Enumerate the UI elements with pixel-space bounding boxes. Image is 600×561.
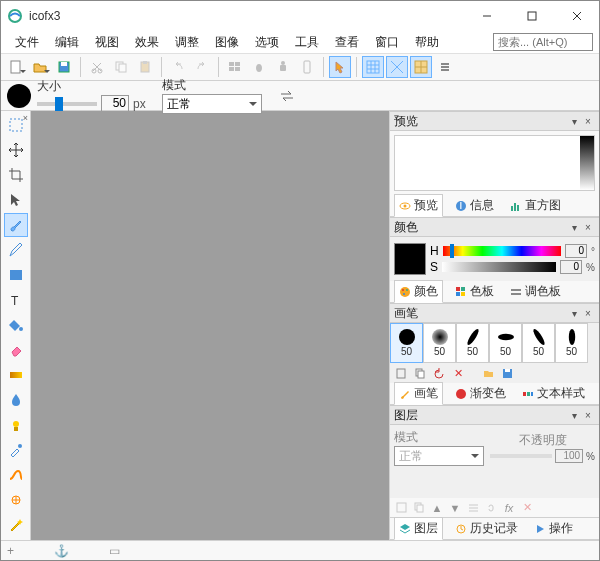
hue-value[interactable]: 0 (565, 244, 587, 258)
color-swatch[interactable] (7, 84, 31, 108)
close-icon[interactable]: × (581, 308, 595, 319)
dropdown-icon[interactable]: ▾ (567, 116, 581, 127)
close-icon[interactable]: × (581, 410, 595, 421)
brush-preset[interactable]: 50 (423, 323, 456, 363)
tool-pencil[interactable] (4, 238, 28, 262)
close-icon[interactable]: × (581, 222, 595, 233)
copy-brush-icon[interactable] (413, 366, 427, 380)
brush-preset[interactable]: 50 (390, 323, 423, 363)
hue-slider[interactable] (443, 246, 561, 256)
grid-2-button[interactable] (386, 56, 408, 78)
sat-slider[interactable] (442, 262, 556, 272)
cut-button[interactable] (86, 56, 108, 78)
tool-eyedropper[interactable] (4, 438, 28, 462)
sat-value[interactable]: 0 (560, 260, 582, 274)
new-layer-icon[interactable] (394, 501, 408, 515)
copy-layer-icon[interactable] (412, 501, 426, 515)
brush-preset[interactable]: 50 (555, 323, 588, 363)
canvas-area[interactable] (31, 111, 389, 540)
android-icon[interactable] (272, 56, 294, 78)
new-button[interactable] (5, 56, 27, 78)
opacity-slider[interactable] (490, 454, 552, 458)
settings-button[interactable] (434, 56, 456, 78)
menu-view[interactable]: 视图 (87, 32, 127, 53)
delete-brush-icon[interactable]: ✕ (451, 366, 465, 380)
menu-effects[interactable]: 效果 (127, 32, 167, 53)
tool-text[interactable]: T (4, 288, 28, 312)
maximize-button[interactable] (509, 1, 554, 31)
reset-brush-icon[interactable] (432, 366, 446, 380)
open-brush-icon[interactable] (481, 366, 495, 380)
opacity-value[interactable]: 100 (555, 449, 583, 463)
tab-mixer[interactable]: 调色板 (506, 281, 565, 302)
tool-curve[interactable] (4, 463, 28, 487)
apple-icon[interactable] (248, 56, 270, 78)
tool-wand[interactable] (4, 513, 28, 537)
tool-light[interactable] (4, 413, 28, 437)
tab-textstyle[interactable]: 文本样式 (518, 383, 589, 404)
pin-icon[interactable]: × (23, 113, 28, 123)
dropdown-icon[interactable]: ▾ (567, 410, 581, 421)
color-swatch-panel[interactable] (394, 243, 426, 275)
cursor-mode-button[interactable] (329, 56, 351, 78)
menu-window[interactable]: 窗口 (367, 32, 407, 53)
brush-preset[interactable]: 50 (489, 323, 522, 363)
merge-icon[interactable] (466, 501, 480, 515)
tool-move[interactable] (4, 138, 28, 162)
dropdown-icon[interactable]: ▾ (567, 308, 581, 319)
menu-file[interactable]: 文件 (7, 32, 47, 53)
layer-mode-select[interactable]: 正常 (394, 446, 484, 466)
new-brush-icon[interactable] (394, 366, 408, 380)
menu-image[interactable]: 图像 (207, 32, 247, 53)
windows-icon[interactable] (224, 56, 246, 78)
tab-histogram[interactable]: 直方图 (506, 195, 565, 216)
search-input[interactable] (493, 33, 593, 51)
tab-info[interactable]: i信息 (451, 195, 498, 216)
tool-gradient[interactable] (4, 363, 28, 387)
menu-options[interactable]: 选项 (247, 32, 287, 53)
tab-layers[interactable]: 图层 (394, 517, 443, 540)
grid-1-button[interactable] (362, 56, 384, 78)
tool-crop[interactable] (4, 163, 28, 187)
tool-rect[interactable] (4, 263, 28, 287)
menu-edit[interactable]: 编辑 (47, 32, 87, 53)
tab-swatches[interactable]: 色板 (451, 281, 498, 302)
tab-brush[interactable]: 画笔 (394, 382, 443, 405)
tab-preview[interactable]: 预览 (394, 194, 443, 217)
delete-layer-icon[interactable]: ✕ (520, 501, 534, 515)
close-icon[interactable]: × (581, 116, 595, 127)
paste-button[interactable] (134, 56, 156, 78)
menu-help[interactable]: 帮助 (407, 32, 447, 53)
redo-button[interactable] (191, 56, 213, 78)
dropdown-icon[interactable]: ▾ (567, 222, 581, 233)
save-brush-icon[interactable] (500, 366, 514, 380)
up-icon[interactable]: ▲ (430, 501, 444, 515)
mode-select[interactable]: 正常 (162, 94, 262, 114)
tool-pointer[interactable] (4, 188, 28, 212)
brush-preset[interactable]: 50 (456, 323, 489, 363)
menu-tools[interactable]: 工具 (287, 32, 327, 53)
size-slider[interactable] (37, 102, 97, 106)
menu-adjust[interactable]: 调整 (167, 32, 207, 53)
save-button[interactable] (53, 56, 75, 78)
phone-icon[interactable] (296, 56, 318, 78)
copy-button[interactable] (110, 56, 132, 78)
tool-blur[interactable] (4, 388, 28, 412)
tool-brush[interactable] (4, 213, 28, 237)
tool-fill[interactable] (4, 313, 28, 337)
close-button[interactable] (554, 1, 599, 31)
tool-retouch[interactable] (4, 488, 28, 512)
down-icon[interactable]: ▼ (448, 501, 462, 515)
minimize-button[interactable] (464, 1, 509, 31)
tab-history[interactable]: 历史记录 (451, 518, 522, 539)
grid-3-button[interactable] (410, 56, 432, 78)
link-icon[interactable] (484, 501, 498, 515)
brush-preset[interactable]: 50 (522, 323, 555, 363)
swap-icon[interactable] (276, 85, 298, 107)
tab-gradient[interactable]: 渐变色 (451, 383, 510, 404)
tool-eraser[interactable] (4, 338, 28, 362)
fx-icon[interactable]: fx (502, 501, 516, 515)
menu-look[interactable]: 查看 (327, 32, 367, 53)
undo-button[interactable] (167, 56, 189, 78)
tab-actions[interactable]: 操作 (530, 518, 577, 539)
